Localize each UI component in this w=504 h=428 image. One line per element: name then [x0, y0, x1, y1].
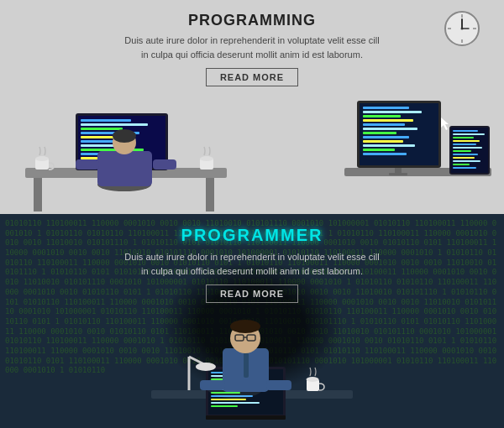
svg-rect-40 [363, 115, 401, 117]
svg-rect-69 [206, 415, 286, 420]
svg-rect-63 [453, 157, 475, 159]
svg-rect-15 [81, 128, 123, 130]
svg-rect-60 [453, 147, 482, 149]
svg-point-92 [230, 320, 260, 333]
svg-rect-45 [363, 136, 409, 138]
svg-rect-93 [200, 380, 225, 390]
bottom-programmer-illustration [143, 306, 361, 428]
svg-rect-65 [453, 164, 470, 165]
svg-point-32 [35, 156, 49, 161]
svg-rect-46 [363, 140, 403, 143]
svg-rect-38 [363, 107, 409, 109]
svg-point-84 [196, 363, 216, 371]
svg-rect-94 [266, 380, 291, 390]
svg-rect-49 [363, 153, 407, 155]
svg-rect-26 [97, 151, 152, 186]
svg-rect-80 [211, 402, 260, 404]
top-section: PROGRAMMING Duis aute irure dolor in rep… [0, 0, 504, 214]
svg-point-34 [200, 156, 213, 161]
svg-rect-59 [453, 144, 476, 145]
svg-rect-39 [363, 111, 422, 113]
svg-rect-81 [211, 405, 238, 407]
svg-rect-47 [363, 144, 415, 147]
bottom-section: 01010110 110100011 110000 0001010 0010 0… [0, 214, 504, 428]
svg-rect-13 [81, 119, 131, 122]
svg-rect-51 [389, 173, 407, 175]
svg-rect-41 [363, 119, 413, 122]
bottom-description: Duis aute irure dolor in reprehenderit i… [124, 250, 379, 278]
top-description: Duis aute irure dolor in reprehenderit i… [0, 34, 504, 61]
svg-rect-48 [363, 149, 395, 151]
svg-rect-9 [34, 178, 42, 211]
clock-icon [444, 10, 480, 47]
svg-rect-64 [453, 160, 480, 162]
svg-rect-57 [453, 137, 474, 138]
top-illustration [0, 71, 504, 214]
svg-rect-43 [363, 128, 417, 130]
svg-rect-42 [363, 123, 405, 126]
bottom-title: PROGRAMMER [181, 226, 323, 245]
svg-point-96 [307, 377, 319, 382]
svg-point-28 [113, 129, 136, 143]
svg-rect-10 [206, 178, 214, 211]
svg-rect-58 [453, 140, 480, 142]
svg-rect-79 [211, 399, 246, 400]
svg-rect-66 [453, 167, 476, 169]
svg-rect-55 [453, 130, 478, 132]
bottom-read-more-button[interactable]: READ MORE [206, 284, 298, 303]
svg-rect-30 [153, 159, 176, 170]
svg-rect-87 [244, 352, 249, 378]
svg-rect-56 [453, 133, 485, 135]
svg-rect-14 [81, 123, 148, 126]
svg-rect-62 [453, 154, 478, 155]
top-title: PROGRAMMING [0, 12, 504, 29]
svg-rect-61 [453, 150, 471, 152]
svg-rect-29 [76, 159, 99, 170]
svg-marker-52 [441, 117, 449, 130]
svg-rect-44 [363, 132, 396, 134]
